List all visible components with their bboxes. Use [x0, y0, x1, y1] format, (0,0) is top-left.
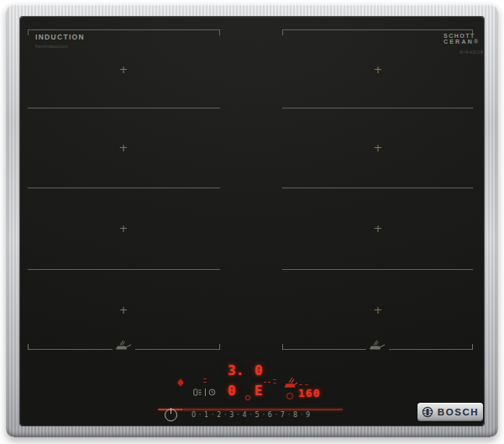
- cleaning-pause-indicator-icon: [177, 379, 184, 386]
- temp-control-icon: [286, 393, 293, 399]
- frying-sensor-zone-icon-left: [113, 340, 134, 350]
- pan-move-ticks: [264, 382, 270, 383]
- display-zone-front-right[interactable]: E: [255, 384, 263, 398]
- left-zone-divider-3: [28, 269, 220, 270]
- power-slider-track[interactable]: [158, 409, 343, 410]
- heat-level-marks-right: [273, 379, 276, 383]
- left-zone-divider-2: [28, 188, 220, 188]
- display-zone-front-left[interactable]: 0: [228, 384, 236, 398]
- zone-cross-front-left-1[interactable]: +: [118, 223, 129, 234]
- schott-subline: MIRADUR: [444, 50, 484, 55]
- frying-sensor-zone-icon-right: [366, 340, 388, 350]
- right-zone-divider-2: [282, 188, 473, 188]
- ceramic-glass-surface: INDUCTION flexInduction SCHOTT CERAN® MI…: [20, 17, 484, 426]
- zone-cross-front-left-2[interactable]: +: [118, 304, 129, 315]
- schott-line2: CERAN®: [444, 39, 484, 45]
- display-zone-back-right[interactable]: 0: [255, 364, 263, 378]
- schott-line1: SCHOTT: [444, 33, 484, 39]
- temp-unit-marks: [299, 384, 308, 385]
- left-zone-top-edge: [28, 29, 220, 30]
- right-zone-divider-3: [282, 269, 473, 270]
- induction-label: INDUCTION: [35, 33, 85, 41]
- heat-level-marks-left: [203, 378, 207, 383]
- bosch-wordmark: BOSCH: [438, 407, 480, 417]
- schott-ceran-label: SCHOTT CERAN® MIRADUR: [444, 33, 484, 55]
- zone-cross-back-left-2[interactable]: +: [118, 142, 129, 153]
- display-zone-back-left[interactable]: 3.: [228, 364, 244, 378]
- zone-cross-back-right-1[interactable]: +: [372, 64, 384, 75]
- timer-function-icons[interactable]: [193, 388, 217, 396]
- left-zone-bottom-line-a: [28, 349, 113, 350]
- left-zone-divider-1: [28, 108, 220, 108]
- stainless-frame: INDUCTION flexInduction SCHOTT CERAN® MI…: [6, 3, 498, 437]
- display-fry-temperature[interactable]: 160: [298, 388, 320, 399]
- zone-cross-front-right-1[interactable]: +: [372, 223, 384, 234]
- power-button[interactable]: [165, 409, 177, 421]
- zone-select-dot: [245, 395, 250, 400]
- zone-cross-front-right-2[interactable]: +: [372, 304, 384, 315]
- product-photo: INDUCTION flexInduction SCHOTT CERAN® MI…: [0, 0, 504, 444]
- kitchen-timer-icon: [193, 388, 202, 396]
- timer-clock-icon: [208, 388, 217, 396]
- power-level-scale[interactable]: 0 · 1 · 2 · 3 · 4 · 5 · 6 · 7 · 8 · 9: [192, 411, 311, 419]
- induction-sub-label: flexInduction: [35, 44, 68, 49]
- zone-cross-back-right-2[interactable]: +: [372, 142, 384, 153]
- bosch-anchor-logo-icon: [422, 406, 433, 418]
- bosch-badge: BOSCH: [417, 403, 483, 421]
- right-zone-top-edge: [282, 29, 473, 30]
- left-zone-bottom-line-b: [135, 349, 220, 350]
- right-zone-divider-1: [282, 108, 473, 108]
- right-zone-bottom-line-b: [389, 349, 473, 350]
- right-zone-bottom-line-a: [282, 349, 366, 350]
- frying-sensor-icon[interactable]: [284, 375, 298, 393]
- zone-cross-back-left-1[interactable]: +: [118, 64, 129, 75]
- icon-divider: [205, 388, 206, 396]
